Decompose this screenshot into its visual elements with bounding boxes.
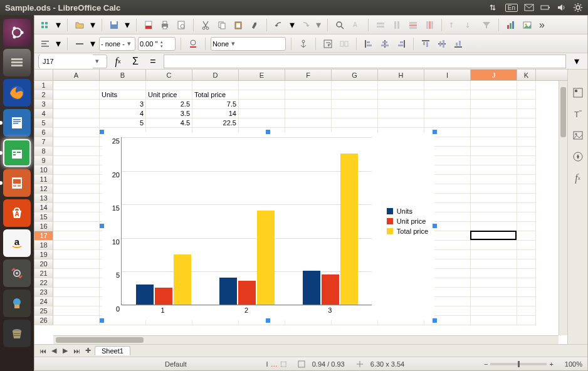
- cell[interactable]: [53, 297, 100, 306]
- indent-select[interactable]: 0.00 "▴▾: [138, 37, 176, 51]
- cell[interactable]: [517, 156, 536, 165]
- row-header[interactable]: 23: [34, 288, 53, 297]
- print-button[interactable]: [158, 18, 172, 32]
- sort-asc-button[interactable]: [447, 18, 461, 32]
- border-style-select[interactable]: - none -▾: [99, 37, 135, 51]
- cell[interactable]: [53, 175, 100, 184]
- sheet-tab-1[interactable]: Sheet1: [95, 346, 130, 355]
- cell[interactable]: [53, 306, 100, 316]
- cell[interactable]: [239, 100, 285, 109]
- cell[interactable]: [53, 109, 100, 118]
- cell[interactable]: [517, 165, 536, 175]
- cell[interactable]: [471, 297, 517, 306]
- cell[interactable]: [517, 316, 536, 325]
- cell[interactable]: [471, 316, 517, 325]
- tab-first[interactable]: ⏮: [38, 347, 47, 355]
- cell[interactable]: [471, 269, 517, 278]
- open-button[interactable]: [73, 18, 87, 32]
- row-header[interactable]: 2: [34, 90, 53, 100]
- row-insert-button[interactable]: [374, 18, 387, 32]
- row-header[interactable]: 25: [34, 306, 53, 316]
- print-preview-button[interactable]: [174, 18, 188, 32]
- row-header[interactable]: 22: [34, 278, 53, 288]
- styles-panel-button[interactable]: T: [571, 107, 585, 121]
- launcher-app1[interactable]: [3, 290, 31, 317]
- cell[interactable]: [471, 100, 517, 109]
- cell[interactable]: [517, 278, 536, 288]
- cell[interactable]: [471, 212, 517, 222]
- resize-handle[interactable]: [266, 318, 270, 323]
- align-top-button[interactable]: [419, 37, 433, 51]
- cell[interactable]: [517, 184, 536, 194]
- col-header-F[interactable]: F: [285, 70, 332, 80]
- cell[interactable]: 3: [100, 100, 146, 109]
- find-button[interactable]: [333, 18, 347, 32]
- cell[interactable]: [100, 81, 146, 90]
- row-header[interactable]: 8: [34, 147, 53, 156]
- launcher-app2[interactable]: [3, 320, 31, 347]
- sum-button[interactable]: Σ: [129, 55, 142, 68]
- format-paintbrush-button[interactable]: [248, 18, 261, 32]
- battery-icon[interactable]: [540, 3, 550, 13]
- cell[interactable]: [471, 175, 517, 184]
- cell[interactable]: [517, 128, 536, 137]
- cell[interactable]: [332, 109, 378, 118]
- gear-icon[interactable]: [573, 3, 583, 13]
- col-header-E[interactable]: E: [239, 70, 285, 80]
- formula-expand-button[interactable]: ▾: [570, 55, 584, 68]
- cell[interactable]: 7.5: [192, 100, 239, 109]
- cell[interactable]: Units: [100, 90, 146, 100]
- align-dropdown[interactable]: ▾: [55, 37, 62, 51]
- col-header-A[interactable]: A: [53, 70, 100, 80]
- pdf-export-button[interactable]: [142, 18, 155, 32]
- cell[interactable]: [53, 81, 100, 90]
- gallery-panel-button[interactable]: [571, 128, 585, 142]
- align-button[interactable]: [38, 37, 52, 51]
- cell[interactable]: [332, 81, 378, 90]
- cell[interactable]: [53, 100, 100, 109]
- resize-handle[interactable]: [100, 318, 104, 323]
- navigator-panel-button[interactable]: [571, 150, 585, 164]
- cell[interactable]: 2.5: [146, 100, 192, 109]
- col-delete-button[interactable]: [423, 18, 436, 32]
- cell[interactable]: [471, 118, 517, 128]
- row-header[interactable]: 10: [34, 165, 53, 175]
- chart-object[interactable]: 0510152025 123 UnitsUnit priceTotal pric…: [102, 132, 434, 320]
- row-header[interactable]: 3: [34, 100, 53, 109]
- cell[interactable]: 5: [100, 118, 146, 128]
- row-header[interactable]: 14: [34, 203, 53, 212]
- cell[interactable]: [471, 250, 517, 259]
- cell[interactable]: 22.5: [192, 118, 239, 128]
- wrap-button[interactable]: [321, 37, 335, 51]
- cell[interactable]: Total price: [192, 90, 239, 100]
- cell[interactable]: [53, 194, 100, 203]
- cell[interactable]: [53, 118, 100, 128]
- cell[interactable]: 3.5: [146, 109, 192, 118]
- vertical-scrollbar[interactable]: [559, 81, 567, 335]
- row-header[interactable]: 24: [34, 297, 53, 306]
- cell[interactable]: [378, 81, 424, 90]
- cell[interactable]: [517, 212, 536, 222]
- resize-handle[interactable]: [433, 130, 437, 134]
- launcher-writer[interactable]: [3, 109, 31, 137]
- font-color-button[interactable]: [186, 37, 200, 51]
- row-delete-button[interactable]: [406, 18, 420, 32]
- cell[interactable]: [378, 100, 424, 109]
- resize-handle[interactable]: [100, 224, 104, 228]
- row-header[interactable]: 15: [34, 212, 53, 222]
- new-doc-button[interactable]: [38, 18, 52, 32]
- col-header-C[interactable]: C: [146, 70, 192, 80]
- cell[interactable]: [517, 259, 536, 269]
- cell[interactable]: [517, 288, 536, 297]
- row-header[interactable]: 13: [34, 194, 53, 203]
- function-wizard-button[interactable]: fx: [111, 55, 125, 68]
- cell[interactable]: [517, 147, 536, 156]
- cell[interactable]: [285, 109, 332, 118]
- cell[interactable]: [471, 128, 517, 137]
- cell[interactable]: [53, 147, 100, 156]
- row-header[interactable]: 18: [34, 241, 53, 250]
- cell[interactable]: [53, 250, 100, 259]
- cell[interactable]: 4: [100, 109, 146, 118]
- row-header[interactable]: 6: [34, 128, 53, 137]
- toolbar-overflow[interactable]: »: [537, 19, 547, 31]
